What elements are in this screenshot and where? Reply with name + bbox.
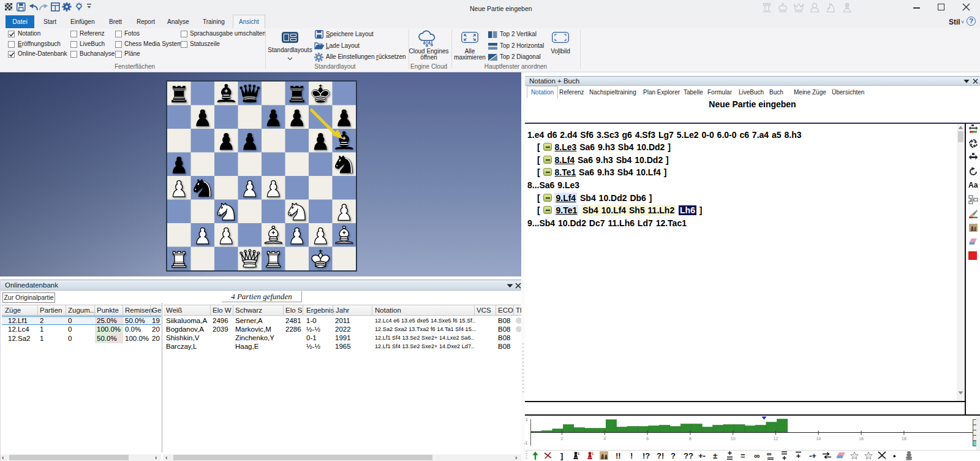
svg-text:18: 18 <box>902 436 907 441</box>
svg-text:1: 1 <box>592 452 594 455</box>
svg-text:16: 16 <box>859 436 864 441</box>
svg-text:12: 12 <box>774 436 778 441</box>
svg-text:6: 6 <box>646 436 649 441</box>
svg-text:14: 14 <box>816 436 821 441</box>
svg-text:2: 2 <box>561 436 564 441</box>
svg-text:8: 8 <box>689 436 692 441</box>
svg-text:10: 10 <box>731 436 736 441</box>
svg-text:1: 1 <box>578 452 579 455</box>
svg-text:4: 4 <box>603 436 606 441</box>
svg-text:∞: ∞ <box>767 451 772 457</box>
